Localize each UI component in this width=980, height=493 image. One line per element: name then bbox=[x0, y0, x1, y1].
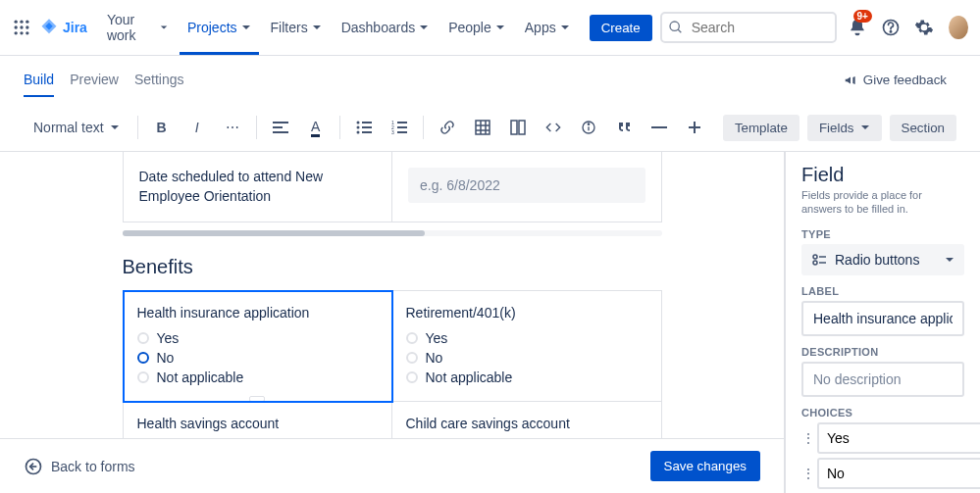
svg-rect-23 bbox=[397, 122, 407, 123]
panel-title: Field bbox=[801, 164, 964, 186]
insert-button[interactable] bbox=[679, 112, 710, 143]
svg-rect-27 bbox=[397, 131, 407, 133]
date-input-placeholder[interactable]: e.g. 6/8/2022 bbox=[408, 168, 645, 203]
date-description: Date scheduled to attend New Employee Or… bbox=[124, 152, 393, 222]
back-to-forms-link[interactable]: Back to forms bbox=[24, 457, 135, 476]
radio-option[interactable]: Not applicable bbox=[137, 368, 378, 387]
drag-handle-icon[interactable]: ⋮⋮ bbox=[801, 466, 811, 481]
svg-point-4 bbox=[20, 25, 23, 28]
notif-badge: 9+ bbox=[853, 10, 872, 23]
code-button[interactable] bbox=[538, 112, 569, 143]
settings-icon[interactable] bbox=[911, 12, 937, 43]
chevron-down-icon bbox=[945, 255, 954, 265]
svg-rect-38 bbox=[651, 126, 667, 128]
properties-panel: Field Fields provide a place for answers… bbox=[784, 152, 980, 493]
search-input[interactable] bbox=[660, 12, 837, 43]
help-icon[interactable] bbox=[878, 12, 903, 43]
svg-rect-14 bbox=[273, 126, 283, 128]
radio-option[interactable]: No bbox=[406, 348, 647, 368]
nav-people[interactable]: People bbox=[440, 16, 513, 39]
choice-row: ⋮⋮ ✕ bbox=[801, 422, 964, 454]
svg-rect-19 bbox=[362, 126, 372, 128]
choice-input[interactable] bbox=[817, 458, 980, 489]
bold-button[interactable]: B bbox=[146, 112, 178, 143]
radio-option[interactable]: No bbox=[137, 348, 378, 368]
search-icon bbox=[668, 20, 684, 35]
tab-build[interactable]: Build bbox=[24, 64, 54, 97]
template-button[interactable]: Template bbox=[723, 115, 799, 141]
numbered-list-button[interactable]: 123 bbox=[384, 112, 415, 143]
give-feedback-button[interactable]: Give feedback bbox=[834, 67, 956, 93]
save-changes-button[interactable]: Save changes bbox=[650, 451, 760, 481]
avatar[interactable] bbox=[949, 16, 968, 39]
tab-preview[interactable]: Preview bbox=[70, 64, 119, 96]
svg-point-6 bbox=[15, 31, 18, 34]
nav-apps[interactable]: Apps bbox=[517, 16, 578, 39]
arrow-left-circle-icon bbox=[24, 457, 43, 476]
radio-option[interactable]: Not applicable bbox=[406, 368, 647, 387]
svg-point-18 bbox=[356, 126, 359, 129]
horizontal-scrollbar[interactable] bbox=[123, 230, 662, 236]
info-button[interactable] bbox=[573, 112, 604, 143]
section-button[interactable]: Section bbox=[890, 115, 956, 141]
svg-line-10 bbox=[678, 29, 681, 32]
svg-point-37 bbox=[588, 123, 589, 124]
svg-point-12 bbox=[890, 31, 891, 32]
nav-dashboards[interactable]: Dashboards bbox=[334, 16, 438, 39]
svg-rect-33 bbox=[511, 121, 517, 134]
drag-handle-icon[interactable]: ⋮⋮ bbox=[801, 430, 811, 446]
description-input[interactable]: No description bbox=[801, 362, 964, 397]
label-input[interactable] bbox=[801, 301, 964, 336]
nav-filters[interactable]: Filters bbox=[263, 16, 330, 39]
table-button[interactable] bbox=[467, 112, 498, 143]
radio-option[interactable]: Yes bbox=[137, 328, 378, 348]
megaphone-icon bbox=[844, 74, 857, 87]
divider-button[interactable] bbox=[644, 112, 675, 143]
svg-point-20 bbox=[356, 131, 359, 134]
svg-rect-15 bbox=[273, 131, 288, 133]
layout-button[interactable] bbox=[502, 112, 534, 143]
notifications-icon[interactable]: 9+ bbox=[845, 12, 870, 43]
field-health-insurance[interactable]: Health insurance application Yes No Not … bbox=[124, 291, 392, 402]
link-button[interactable] bbox=[432, 112, 463, 143]
nav-projects[interactable]: Projects bbox=[180, 16, 259, 39]
svg-point-2 bbox=[26, 21, 28, 24]
svg-point-5 bbox=[26, 25, 28, 28]
tab-settings[interactable]: Settings bbox=[134, 64, 184, 96]
italic-button[interactable]: I bbox=[181, 112, 213, 143]
chevron-down-icon bbox=[110, 123, 120, 132]
svg-rect-40 bbox=[689, 126, 700, 128]
svg-rect-34 bbox=[519, 121, 525, 134]
svg-point-3 bbox=[15, 25, 18, 28]
jira-logo[interactable]: Jira bbox=[39, 18, 87, 37]
choice-input[interactable] bbox=[817, 422, 980, 454]
nav-your-work[interactable]: Your work bbox=[99, 8, 176, 47]
text-color-button[interactable]: A bbox=[300, 112, 332, 143]
more-formatting-button[interactable]: ⋯ bbox=[217, 112, 248, 143]
field-retirement[interactable]: Retirement/401(k) Yes No Not applicable bbox=[392, 291, 661, 402]
svg-point-0 bbox=[15, 21, 18, 24]
svg-point-7 bbox=[20, 31, 23, 34]
search-box[interactable] bbox=[660, 12, 837, 43]
svg-text:3: 3 bbox=[391, 129, 394, 135]
create-button[interactable]: Create bbox=[590, 15, 652, 41]
chevron-down-icon bbox=[860, 123, 870, 132]
product-name: Jira bbox=[63, 20, 87, 35]
bullet-list-button[interactable] bbox=[348, 112, 380, 143]
svg-point-41 bbox=[813, 255, 817, 259]
align-button[interactable] bbox=[265, 112, 296, 143]
date-field-row: Date scheduled to attend New Employee Or… bbox=[123, 152, 662, 222]
quote-button[interactable] bbox=[608, 112, 640, 143]
svg-point-9 bbox=[670, 22, 679, 30]
panel-subtitle: Fields provide a place for answers to be… bbox=[801, 188, 964, 217]
radio-icon bbox=[811, 252, 827, 268]
type-select[interactable]: Radio buttons bbox=[801, 244, 964, 275]
svg-rect-21 bbox=[362, 131, 372, 133]
radio-option[interactable]: Yes bbox=[406, 328, 647, 348]
text-style-dropdown[interactable]: Normal text bbox=[24, 114, 129, 141]
svg-point-43 bbox=[813, 261, 817, 265]
fields-button[interactable]: Fields bbox=[807, 115, 882, 141]
svg-point-16 bbox=[356, 122, 359, 124]
svg-rect-17 bbox=[362, 122, 372, 123]
app-switcher-icon[interactable] bbox=[12, 16, 31, 39]
